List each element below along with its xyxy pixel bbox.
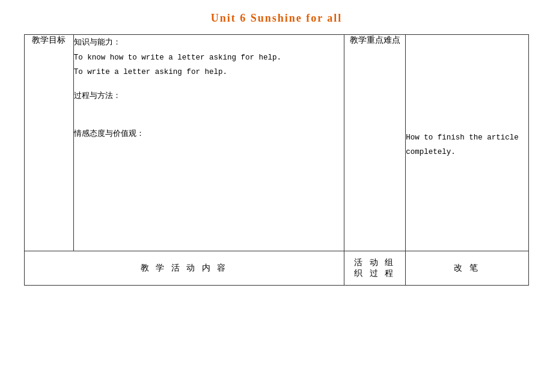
knowledge-heading: 知识与能力： xyxy=(74,35,344,49)
lesson-plan-table: 教学目标 知识与能力： To know how to write a lette… xyxy=(24,34,529,286)
knowledge-line1: To know how to write a letter asking for… xyxy=(74,51,344,66)
key-points-label: 教学重点难点 xyxy=(344,35,406,251)
notes-area: How to finish the article completely. xyxy=(406,35,529,251)
attitude-heading: 情感态度与价值观： xyxy=(74,126,344,140)
process-heading: 过程与方法： xyxy=(74,88,344,102)
teaching-objectives-label: 教学目标 xyxy=(25,35,74,251)
content-area: 知识与能力： To know how to write a letter ask… xyxy=(73,35,344,251)
knowledge-line2: To write a letter asking for help. xyxy=(74,66,344,80)
activity-process-label: 活 动 组 织 过 程 xyxy=(344,251,406,286)
revision-label: 改 笔 xyxy=(406,251,529,286)
activity-content-label: 教 学 活 动 内 容 xyxy=(25,251,344,286)
notes-text: How to finish the article completely. xyxy=(406,131,528,160)
page-title: Unit 6 Sunshine for all xyxy=(211,12,343,25)
